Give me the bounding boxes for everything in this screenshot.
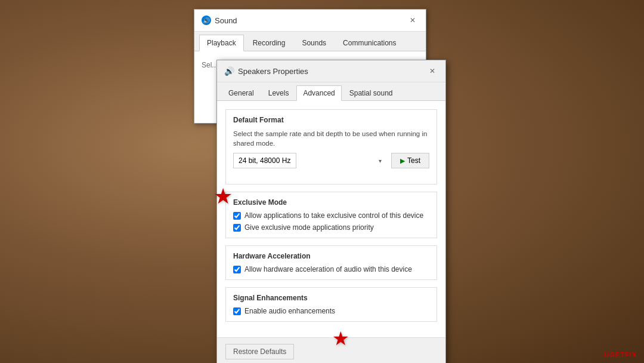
exclusive-priority-label: Give exclusive mode applications priorit… xyxy=(244,223,374,232)
exclusive-mode-title: Exclusive Mode xyxy=(233,198,429,207)
tab-playback[interactable]: Playback xyxy=(199,35,244,51)
default-format-title: Default Format xyxy=(233,116,429,124)
exclusive-control-label: Allow applications to take exclusive con… xyxy=(244,211,423,220)
speakers-window-title: Speakers Properties xyxy=(238,67,308,76)
speakers-close-button[interactable]: ✕ xyxy=(426,65,438,77)
sound-titlebar: 🔊 Sound ✕ xyxy=(194,10,426,32)
sound-window-title: Sound xyxy=(215,16,237,25)
sound-titlebar-left: 🔊 Sound xyxy=(202,16,237,25)
tab-recording[interactable]: Recording xyxy=(245,35,293,51)
speakers-footer: Restore Defaults OK Cancel Apply xyxy=(217,337,445,363)
speakers-properties-window: 🔊 Speakers Properties ✕ General Levels A… xyxy=(216,60,446,363)
sound-close-button[interactable]: ✕ xyxy=(407,14,419,26)
default-format-section: Default Format Select the sample rate an… xyxy=(225,109,437,184)
exclusive-control-row: Allow applications to take exclusive con… xyxy=(233,211,429,220)
speakers-content: Default Format Select the sample rate an… xyxy=(217,101,445,337)
hardware-acceleration-title: Hardware Acceleration xyxy=(233,252,429,260)
sound-tabs: Playback Recording Sounds Communications xyxy=(194,32,426,51)
enable-enhancements-checkbox[interactable] xyxy=(233,307,241,315)
exclusive-mode-section: Exclusive Mode Allow applications to tak… xyxy=(225,192,437,238)
watermark: UGETFIX xyxy=(604,351,637,358)
default-format-description: Select the sample rate and bit depth to … xyxy=(233,129,429,148)
hardware-acceleration-checkbox[interactable] xyxy=(233,266,241,273)
exclusive-priority-row: Give exclusive mode applications priorit… xyxy=(233,223,429,232)
speakers-titlebar-left: 🔊 Speakers Properties xyxy=(224,66,308,76)
hardware-acceleration-section: Hardware Acceleration Allow hardware acc… xyxy=(225,245,437,280)
format-select-wrapper: 24 bit, 48000 Hz xyxy=(233,153,386,168)
enable-enhancements-row: Enable audio enhancements xyxy=(233,307,429,315)
hardware-acceleration-row: Allow hardware acceleration of audio wit… xyxy=(233,265,429,273)
exclusive-priority-checkbox[interactable] xyxy=(233,224,241,232)
test-button[interactable]: ▶ Test xyxy=(391,153,429,168)
tab-advanced[interactable]: Advanced xyxy=(296,85,341,101)
enable-enhancements-label: Enable audio enhancements xyxy=(244,307,335,315)
restore-defaults-button[interactable]: Restore Defaults xyxy=(225,344,294,359)
tab-levels[interactable]: Levels xyxy=(262,85,296,101)
tab-general[interactable]: General xyxy=(222,85,261,101)
tab-spatial-sound[interactable]: Spatial sound xyxy=(343,85,400,101)
speakers-window-icon: 🔊 xyxy=(224,66,234,76)
tab-communications[interactable]: Communications xyxy=(335,35,404,51)
exclusive-control-checkbox[interactable] xyxy=(233,212,241,220)
format-select[interactable]: 24 bit, 48000 Hz xyxy=(233,153,296,168)
speakers-tabs: General Levels Advanced Spatial sound xyxy=(217,82,445,101)
hardware-acceleration-label: Allow hardware acceleration of audio wit… xyxy=(244,265,412,273)
speakers-titlebar: 🔊 Speakers Properties ✕ xyxy=(217,60,445,82)
format-row: 24 bit, 48000 Hz ▶ Test xyxy=(233,153,429,168)
signal-enhancements-title: Signal Enhancements xyxy=(233,294,429,302)
tab-sounds[interactable]: Sounds xyxy=(294,35,334,51)
signal-enhancements-section: Signal Enhancements Enable audio enhance… xyxy=(225,287,437,322)
sound-window-icon: 🔊 xyxy=(202,16,211,25)
play-icon: ▶ xyxy=(400,157,405,165)
